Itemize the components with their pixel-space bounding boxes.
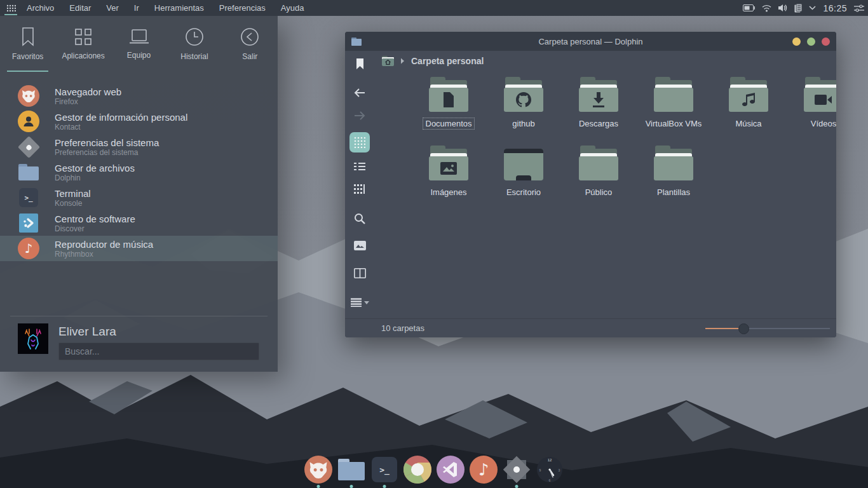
tab-favoritos[interactable]: Favoritos [0,16,55,72]
volume-icon[interactable] [778,4,787,12]
icons-view-icon [354,137,365,148]
svg-text:6: 6 [549,478,551,482]
app-launcher-button[interactable] [0,0,22,16]
app-launcher-panel: Favoritos Aplicaciones Equipo Hist [0,16,278,372]
menu-herramientas[interactable]: Herramientas [154,3,204,13]
launcher-active-underline [4,14,17,15]
chevron-down-icon[interactable] [809,6,816,10]
tab-aplicaciones[interactable]: Aplicaciones [55,16,111,72]
dock-vscode[interactable] [437,456,465,484]
discover-icon [19,214,38,233]
tab-salir[interactable]: Salir [222,16,278,72]
slider-handle[interactable] [738,323,749,334]
list-view-button[interactable] [349,156,370,177]
zoom-slider[interactable] [705,323,830,334]
folder-label: Descargas [576,118,621,129]
folder-icon-videos [803,80,836,112]
app-item-system-settings[interactable]: Preferencias del sistema Preferencias de… [0,134,278,159]
home-folder-icon[interactable] [382,56,394,66]
dock-terminal[interactable]: >_ [370,456,398,484]
dolphin-window: Carpeta personal — Dolphin Carpeta perso… [345,32,836,337]
split-view-icon [354,268,366,278]
folder-item-musica[interactable]: Música [711,76,786,145]
folder-label: Vídeos [808,118,836,129]
dock-firefox[interactable] [304,456,332,484]
app-item-dolphin[interactable]: Gestor de archivos Dolphin [0,159,278,185]
app-subtitle: Dolphin [55,173,135,182]
minimize-button[interactable] [792,37,801,46]
wifi-icon[interactable] [762,4,771,12]
analog-clock-icon: 12 3 6 9 [536,456,564,484]
menu-ir[interactable]: Ir [134,3,139,13]
chromium-icon [403,456,431,484]
folder-item-videos[interactable]: Vídeos [786,76,836,145]
folder-label: Plantillas [654,187,693,198]
kontact-icon [18,111,39,132]
user-name: Eliver Lara [58,325,259,339]
maximize-button[interactable] [807,37,815,46]
folder-item-escritorio[interactable]: Escritorio [486,145,561,214]
status-bar: 10 carpetas [345,318,836,337]
forward-button[interactable] [349,105,370,126]
window-titlebar[interactable] [345,32,836,51]
launcher-grid-icon [6,4,16,12]
battery-icon[interactable] [743,4,755,11]
search-button[interactable] [349,208,370,229]
favorites-list: Navegador web Firefox Gestor de informac… [0,83,278,261]
folder-item-imagenes[interactable]: Imágenes [411,145,486,214]
running-indicator [317,485,320,488]
close-button[interactable] [822,37,830,46]
app-title: Centro de software [55,214,135,224]
menu-ver[interactable]: Ver [106,3,119,13]
tab-historial[interactable]: Historial [166,16,222,72]
app-item-konsole[interactable]: >_ Terminal Konsole [0,185,278,210]
dock-chromium[interactable] [403,456,431,484]
hamburger-menu-icon [351,298,362,307]
app-subtitle: Discover [55,224,135,233]
menu-archivo[interactable]: Archivo [27,3,54,13]
dolphin-toolbar [345,51,374,318]
folder-item-virtualbox-vms[interactable]: VirtualBox VMs [636,76,711,145]
dock-file-manager[interactable] [337,456,365,484]
video-camera-glyph [815,94,832,105]
clipboard-icon[interactable] [794,4,802,13]
icons-view-button[interactable] [349,132,370,152]
dock-rhythmbox[interactable]: ♪ [470,456,498,484]
app-item-kontact[interactable]: Gestor de información personal Kontact [0,109,278,134]
folder-item-plantillas[interactable]: Plantillas [636,145,711,214]
compact-view-button[interactable] [349,179,370,200]
folder-item-documentos[interactable]: Documentos [411,76,486,145]
folder-icon-publico [578,149,619,180]
dock-clock-widget[interactable]: 12 3 6 9 [536,456,564,484]
folder-icon-plantillas [653,149,694,180]
app-subtitle: Preferencias del sistema [55,148,159,157]
app-item-discover[interactable]: Centro de software Discover [0,210,278,236]
tab-equipo[interactable]: Equipo [111,16,166,72]
slider-track [743,328,830,329]
app-subtitle: Firefox [55,97,121,106]
firefox-icon [18,85,39,107]
folder-item-descargas[interactable]: Descargas [561,76,636,145]
list-view-icon [354,162,365,171]
menu-ayuda[interactable]: Ayuda [281,3,304,13]
preview-button[interactable] [349,235,370,255]
dock-system-settings[interactable] [503,456,531,484]
app-title: Reproductor de música [55,239,153,250]
panel-settings-icon[interactable] [854,4,864,12]
folder-item-publico[interactable]: Público [561,145,636,214]
menu-button[interactable] [347,292,372,313]
menu-preferencias[interactable]: Preferencias [219,3,266,13]
folder-item-github[interactable]: github [486,76,561,145]
menu-editar[interactable]: Editar [69,3,91,13]
split-view-button[interactable] [349,263,370,283]
bookmark-button[interactable] [349,53,370,74]
app-item-rhythmbox[interactable]: ♪ Reproductor de música Rhythmbox [0,236,278,261]
folder-icon-documentos [428,80,469,112]
app-item-firefox[interactable]: Navegador web Firefox [0,83,278,109]
back-button[interactable] [349,83,370,103]
music-glyph [741,92,756,107]
desktop-folder-icon [504,149,543,180]
search-input[interactable] [58,342,259,360]
panel-clock[interactable]: 16:25 [823,3,847,13]
breadcrumb-location[interactable]: Carpeta personal [411,56,484,66]
